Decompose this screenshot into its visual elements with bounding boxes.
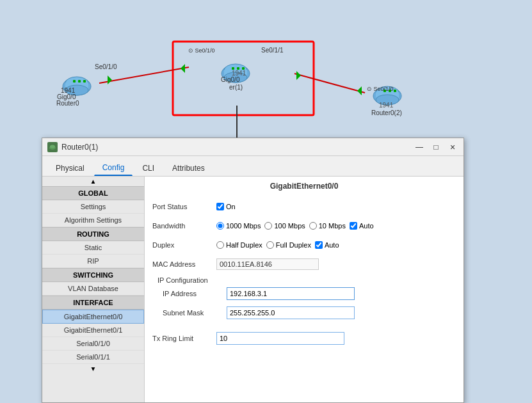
port-status-label: Port Status: [152, 203, 216, 210]
duplex-half-radio[interactable]: [216, 241, 224, 249]
duplex-label: Duplex: [152, 241, 216, 249]
svg-text:⊙ Se0/1/0: ⊙ Se0/1/0: [367, 86, 394, 92]
bandwidth-auto-checkbox[interactable]: [350, 222, 357, 230]
duplex-full-option: Full Duplex: [266, 241, 311, 249]
sidebar-item-serial0-1-1[interactable]: Serial0/1/1: [42, 351, 144, 364]
main-content: ▲ GLOBAL Settings Algorithm Settings ROU…: [42, 177, 463, 402]
panel-title: GigabitEthernet0/0: [152, 182, 456, 193]
maximize-button[interactable]: □: [430, 141, 442, 153]
window-title: Router0(1): [61, 143, 98, 152]
bandwidth-label: Bandwidth: [152, 222, 216, 230]
ip-config-label: IP Configuration: [157, 276, 456, 284]
svg-text:1941: 1941: [61, 87, 76, 94]
bandwidth-1000-radio[interactable]: [216, 222, 224, 230]
close-button[interactable]: ×: [447, 141, 458, 153]
subnet-mask-row: Subnet Mask: [163, 306, 456, 320]
sidebar-item-algorithm-settings[interactable]: Algorithm Settings: [42, 214, 144, 227]
duplex-auto-checkbox[interactable]: [315, 241, 323, 249]
port-status-on-label: On: [226, 203, 236, 210]
subnet-mask-label: Subnet Mask: [163, 309, 227, 317]
duplex-auto-option: Auto: [315, 241, 339, 249]
svg-text:er(1): er(1): [229, 84, 243, 91]
tab-physical[interactable]: Physical: [47, 160, 93, 176]
tab-config[interactable]: Config: [94, 160, 133, 176]
mac-address-row: MAC Address 0010.11EA.8146: [152, 257, 456, 271]
bandwidth-auto-option: Auto: [350, 222, 374, 230]
duplex-half-option: Half Duplex: [216, 241, 262, 249]
svg-text:Se0/1/0: Se0/1/0: [95, 63, 117, 70]
port-status-row: Port Status On: [152, 200, 456, 214]
sidebar-item-gigabitethernet0-1[interactable]: GigabitEthernet0/1: [42, 324, 144, 337]
svg-text:⊙ Se0/1/0: ⊙ Se0/1/0: [188, 47, 215, 54]
bandwidth-10-option: 10 Mbps: [309, 222, 346, 230]
duplex-full-radio[interactable]: [266, 241, 274, 249]
tx-ring-limit-controls: [216, 332, 456, 345]
sidebar: ▲ GLOBAL Settings Algorithm Settings ROU…: [42, 177, 145, 402]
router-window: Router0(1) — □ × Physical Config CLI Att…: [42, 138, 464, 403]
subnet-mask-controls: [227, 306, 456, 319]
duplex-half-label: Half Duplex: [226, 241, 262, 249]
tab-cli[interactable]: CLI: [134, 160, 163, 176]
ip-address-controls: [227, 287, 456, 300]
tx-ring-limit-input[interactable]: [216, 332, 344, 345]
svg-rect-33: [394, 90, 396, 92]
sidebar-item-settings[interactable]: Settings: [42, 200, 144, 214]
bandwidth-100-radio[interactable]: [264, 222, 272, 230]
svg-rect-9: [78, 80, 81, 83]
svg-marker-39: [296, 71, 301, 80]
svg-text:Router0: Router0: [56, 100, 79, 107]
svg-text:1941: 1941: [232, 70, 246, 77]
svg-text:Router0(2): Router0(2): [371, 109, 402, 116]
svg-text:Se0/1/1: Se0/1/1: [261, 47, 284, 54]
subnet-mask-input[interactable]: [227, 306, 355, 319]
mac-address-value: 0010.11EA.8146: [216, 258, 319, 270]
bandwidth-1000-option: 1000 Mbps: [216, 222, 261, 230]
ip-address-row: IP Address: [163, 287, 456, 301]
bandwidth-auto-label: Auto: [359, 222, 374, 230]
mac-address-controls: 0010.11EA.8146: [216, 258, 456, 270]
router-icon: [47, 142, 58, 152]
svg-text:Gig0/0: Gig0/0: [221, 76, 240, 83]
sidebar-item-gigabitethernet0-0[interactable]: GigabitEthernet0/0: [42, 310, 144, 324]
tab-attributes[interactable]: Attributes: [164, 160, 213, 176]
section-interface: INTERFACE: [42, 296, 144, 310]
title-bar-controls: — □ ×: [414, 141, 458, 153]
scroll-up[interactable]: ▲: [42, 177, 144, 186]
duplex-row: Duplex Half Duplex Full Duplex Auto: [152, 238, 456, 252]
tab-bar: Physical Config CLI Attributes: [42, 156, 463, 177]
mac-address-label: MAC Address: [152, 260, 216, 268]
svg-marker-37: [108, 75, 112, 84]
svg-point-42: [50, 145, 55, 148]
duplex-controls: Half Duplex Full Duplex Auto: [216, 241, 456, 249]
bandwidth-100-option: 100 Mbps: [264, 222, 305, 230]
svg-marker-38: [181, 64, 185, 73]
ip-address-input[interactable]: [227, 287, 355, 300]
svg-marker-40: [357, 86, 362, 95]
title-bar: Router0(1) — □ ×: [42, 138, 463, 156]
sidebar-item-static[interactable]: Static: [42, 241, 144, 255]
duplex-full-label: Full Duplex: [276, 241, 311, 249]
bandwidth-row: Bandwidth 1000 Mbps 100 Mbps 10 Mbps: [152, 219, 456, 233]
section-switching: SWITCHING: [42, 268, 144, 282]
port-status-checkbox[interactable]: [216, 203, 224, 210]
bandwidth-1000-label: 1000 Mbps: [226, 222, 261, 230]
svg-text:1941: 1941: [379, 102, 394, 109]
network-svg: Gig0/0 1941 Router0 Se0/1/0 ⊙ Se0/1/0 Se…: [0, 0, 532, 147]
scroll-down[interactable]: ▼: [42, 364, 144, 374]
sidebar-item-rip[interactable]: RIP: [42, 255, 144, 268]
section-routing: ROUTING: [42, 227, 144, 241]
section-global: GLOBAL: [42, 186, 144, 200]
sidebar-item-vlan-database[interactable]: VLAN Database: [42, 282, 144, 296]
port-status-checkbox-group: On: [216, 203, 236, 210]
minimize-button[interactable]: —: [414, 141, 425, 153]
right-panel: GigabitEthernet0/0 Port Status On Bandwi…: [145, 177, 463, 402]
bandwidth-100-label: 100 Mbps: [274, 222, 305, 230]
tx-ring-limit-row: Tx Ring Limit: [152, 331, 456, 345]
ip-address-label: IP Address: [163, 290, 227, 297]
bandwidth-10-radio[interactable]: [309, 222, 317, 230]
bandwidth-controls: 1000 Mbps 100 Mbps 10 Mbps Auto: [216, 222, 456, 230]
sidebar-item-serial0-1-0[interactable]: Serial0/1/0: [42, 337, 144, 351]
svg-rect-8: [73, 80, 76, 83]
tx-ring-limit-label: Tx Ring Limit: [152, 335, 216, 342]
title-bar-left: Router0(1): [47, 142, 98, 152]
